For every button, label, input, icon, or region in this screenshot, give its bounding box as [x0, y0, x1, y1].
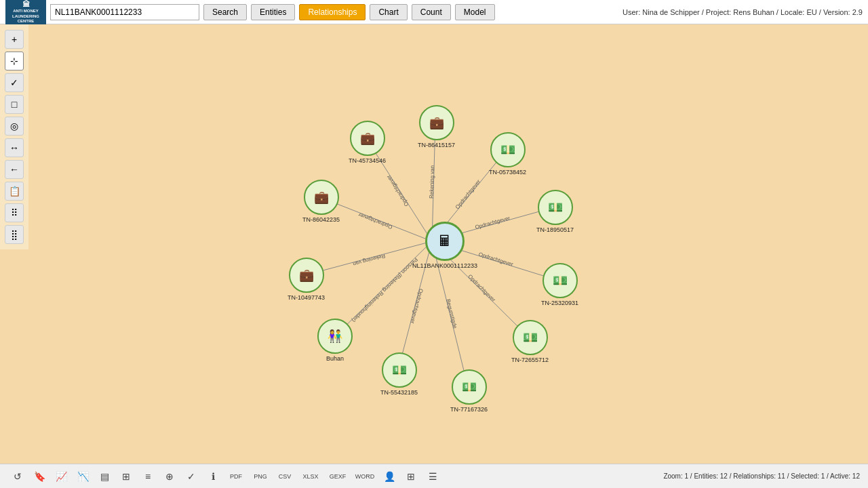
apps-button[interactable]: ⊞	[401, 467, 420, 486]
check2-button[interactable]: ✓	[182, 467, 201, 486]
node-TN-86042235[interactable]: 💼TN-86042235	[302, 180, 340, 223]
node-circle-TN-77167326: 💵	[452, 369, 487, 405]
csv-button[interactable]: CSV	[274, 467, 296, 486]
node-label-TN-77167326: TN-77167326	[450, 406, 488, 413]
clipboard-tool[interactable]: 📋	[5, 182, 24, 201]
network-canvas: Rekening vanOpdrachtgeverOpdrachtgeverOp…	[28, 24, 868, 464]
svg-text:Opdrachtgever: Opdrachtgever	[475, 215, 511, 230]
node-label-Buhan: Buhan	[326, 355, 344, 362]
svg-text:Opdrachtgever: Opdrachtgever	[409, 288, 424, 325]
word-button[interactable]: WORD	[353, 467, 377, 486]
grid2-tool[interactable]: ⣿	[5, 225, 24, 244]
entities-button[interactable]: Entities	[251, 4, 295, 20]
svg-text:Begunstigde: Begunstigde	[445, 298, 458, 329]
node-label-TN-72655712: TN-72655712	[511, 357, 549, 363]
menu-button[interactable]: ☰	[423, 467, 442, 486]
target-tool[interactable]: ◎	[5, 117, 24, 136]
move-tool[interactable]: ↔	[5, 138, 24, 157]
chart2-button[interactable]: 📉	[73, 467, 92, 486]
node-TN-86415157[interactable]: 💼TN-86415157	[418, 105, 455, 148]
bottom-toolbar: ↺ 🔖 📈 📉 ▤ ⊞ ≡ ⊕ ✓ ℹ PDF PNG CSV XLSX GEX…	[0, 464, 868, 488]
grid1-tool[interactable]: ⠿	[5, 203, 24, 222]
node-circle-TN-25320931: 💵	[542, 263, 578, 298]
back-tool[interactable]: ←	[5, 160, 24, 179]
svg-text:Opdrachtgever: Opdrachtgever	[385, 174, 410, 207]
node-TN-72655712[interactable]: 💵TN-72655712	[511, 320, 549, 363]
relationships-button[interactable]: Relationships	[299, 4, 366, 20]
pdf-button[interactable]: PDF	[225, 467, 247, 486]
node-circle-Buhan: 👫	[317, 319, 353, 354]
search-button[interactable]: Search	[203, 4, 247, 20]
node-circle-TN-05738452: 💵	[490, 132, 526, 167]
bookmark-button[interactable]: 🔖	[30, 467, 49, 486]
node-circle-TN-18950517: 💵	[538, 190, 573, 225]
node-TN-77167326[interactable]: 💵TN-77167326	[450, 369, 488, 413]
node-label-center: NL11BANK0001112233	[412, 262, 477, 269]
svg-text:Rekening van: Rekening van	[352, 253, 386, 267]
node-label-TN-45734546: TN-45734546	[349, 157, 386, 164]
add-tool[interactable]: +	[5, 30, 24, 49]
table-button[interactable]: ▤	[95, 467, 114, 486]
node-circle-TN-10497743: 💼	[289, 258, 324, 293]
square-tool[interactable]: □	[5, 95, 24, 114]
svg-text:Opdrachtgever: Opdrachtgever	[467, 273, 496, 303]
list-button[interactable]: ≡	[138, 467, 157, 486]
png-button[interactable]: PNG	[250, 467, 271, 486]
node-center[interactable]: 🖩NL11BANK0001112233	[412, 222, 477, 269]
chart-button[interactable]: Chart	[370, 4, 407, 20]
node-label-TN-86042235: TN-86042235	[302, 216, 340, 223]
svg-text:Opdrachtgever: Opdrachtgever	[454, 178, 482, 210]
node-circle-TN-72655712: 💵	[513, 320, 548, 355]
node-TN-45734546[interactable]: 💼TN-45734546	[349, 121, 386, 164]
node-label-TN-55432185: TN-55432185	[380, 389, 418, 396]
svg-text:Rekening van: Rekening van	[429, 165, 435, 199]
node-TN-05738452[interactable]: 💵TN-05738452	[489, 132, 526, 176]
node-circle-TN-86042235: 💼	[304, 180, 339, 215]
node-circle-TN-45734546: 💼	[350, 121, 385, 156]
line-chart-button[interactable]: 📈	[52, 467, 71, 486]
node-TN-18950517[interactable]: 💵TN-18950517	[536, 190, 574, 233]
person-button[interactable]: 👤	[380, 467, 399, 486]
node-label-TN-18950517: TN-18950517	[536, 226, 574, 233]
left-toolbar: + ⊹ ✓ □ ◎ ↔ ← 📋 ⠿ ⣿	[0, 24, 28, 249]
grid-button[interactable]: ⊞	[117, 467, 136, 486]
xlsx-button[interactable]: XLSX	[298, 467, 323, 486]
node-Buhan[interactable]: 👫Buhan	[317, 319, 353, 362]
node-circle-TN-86415157: 💼	[419, 105, 454, 140]
info-button[interactable]: ℹ	[203, 467, 222, 486]
node-circle-center: 🖩	[425, 222, 465, 261]
check-tool[interactable]: ✓	[5, 73, 24, 92]
node-TN-10497743[interactable]: 💼TN-10497743	[288, 258, 325, 301]
zoom-status: Zoom: 1 / Entities: 12 / Relationships: …	[663, 472, 860, 480]
node-label-TN-10497743: TN-10497743	[288, 294, 325, 301]
app-logo: 🏛 ANTI MONEY LAUNDERING CENTRE	[5, 0, 46, 24]
node-circle-TN-55432185: 💵	[382, 352, 417, 388]
node-label-TN-86415157: TN-86415157	[418, 142, 455, 148]
node-TN-25320931[interactable]: 💵TN-25320931	[541, 263, 578, 306]
svg-text:Persoon (Rekening Rekeninghoud: Persoon (Rekening Rekeninghouder)	[351, 256, 419, 323]
user-info: User: Nina de Schipper / Project: Rens B…	[623, 8, 863, 16]
node-label-TN-25320931: TN-25320931	[541, 300, 578, 306]
refresh-button[interactable]: ↺	[8, 467, 27, 486]
node-TN-55432185[interactable]: 💵TN-55432185	[380, 352, 418, 396]
svg-text:Opdrachtgever: Opdrachtgever	[357, 211, 393, 230]
search-input[interactable]	[50, 4, 199, 20]
add2-button[interactable]: ⊕	[160, 467, 179, 486]
svg-text:Opdrachtgever: Opdrachtgever	[478, 251, 515, 267]
gexf-button[interactable]: GEXF	[326, 467, 350, 486]
select-tool[interactable]: ⊹	[5, 52, 24, 70]
count-button[interactable]: Count	[412, 4, 451, 20]
model-button[interactable]: Model	[455, 4, 495, 20]
node-label-TN-05738452: TN-05738452	[489, 169, 526, 176]
